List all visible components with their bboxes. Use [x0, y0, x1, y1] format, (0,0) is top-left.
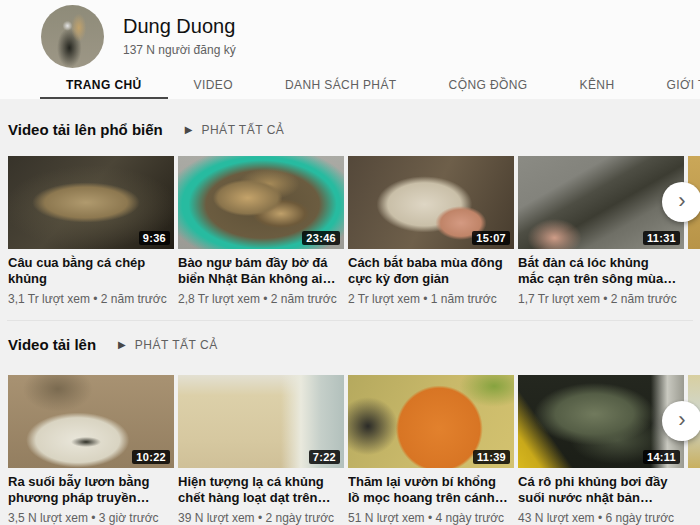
channel-content: Video tải lên phổ biến ▶ PHÁT TẤT CẢ 9:3… — [0, 99, 700, 525]
channel-meta: Dung Duong 137 N người đăng ký — [123, 15, 236, 57]
channel-top-area: Dung Duong 137 N người đăng ký TRANG CHỦ… — [0, 0, 700, 99]
video-card[interactable]: 10:22 Ra suối bẫy lươn bằng phương pháp … — [8, 375, 174, 525]
video-card[interactable]: 14:11 Cá rô phi khủng bơi đầy suối nước … — [518, 375, 684, 525]
video-meta: 1,7 Tr lượt xem • 2 năm trước — [518, 292, 684, 307]
section-title: Video tải lên phổ biến — [8, 122, 163, 137]
video-title[interactable]: Câu cua bằng cá chép khủng — [8, 255, 174, 287]
shelf-next-button[interactable]: › — [662, 182, 700, 222]
shelf-next-button[interactable]: › — [662, 401, 700, 441]
video-thumbnail[interactable]: 9:36 — [8, 156, 174, 249]
play-all-label: PHÁT TẤT CẢ — [135, 338, 218, 352]
play-all-button[interactable]: ▶ PHÁT TẤT CẢ — [185, 123, 285, 137]
video-shelf: 9:36 Câu cua bằng cá chép khủng 3,1 Tr l… — [0, 156, 700, 307]
video-meta: 43 N lượt xem • 6 ngày trước — [518, 511, 684, 525]
play-all-label: PHÁT TẤT CẢ — [201, 123, 284, 137]
section-popular-uploads: Video tải lên phổ biến ▶ PHÁT TẤT CẢ 9:3… — [0, 99, 700, 320]
video-thumbnail[interactable]: 23:46 — [178, 156, 344, 249]
chevron-right-icon: › — [678, 410, 685, 430]
section-header: Video tải lên ▶ PHÁT TẤT CẢ — [0, 321, 700, 375]
duration-badge: 11:31 — [643, 231, 680, 245]
video-thumbnail[interactable]: 11:39 — [348, 375, 514, 468]
video-thumbnail[interactable]: 15:07 — [348, 156, 514, 249]
video-title[interactable]: Hiện tượng lạ cá khủng chết hàng loạt dạ… — [178, 474, 344, 506]
duration-badge: 14:11 — [643, 450, 680, 464]
video-thumbnail[interactable]: 11:31 — [518, 156, 684, 249]
duration-badge: 11:39 — [473, 450, 510, 464]
video-title[interactable]: Ra suối bẫy lươn bằng phương pháp truyền… — [8, 474, 174, 506]
tab-danh-sach-phat[interactable]: DANH SÁCH PHÁT — [259, 72, 423, 99]
tab-video[interactable]: VIDEO — [168, 72, 259, 99]
duration-badge: 7:22 — [309, 450, 340, 464]
video-meta: 3,5 N lượt xem • 3 giờ trước — [8, 511, 174, 525]
play-all-button[interactable]: ▶ PHÁT TẤT CẢ — [118, 338, 218, 352]
video-shelf: 10:22 Ra suối bẫy lươn bằng phương pháp … — [0, 375, 700, 525]
video-card[interactable]: 11:39 Thăm lại vườn bí khổng lồ mọc hoan… — [348, 375, 514, 525]
video-card[interactable]: 15:07 Cách bắt baba mùa đông cực kỳ đơn … — [348, 156, 514, 307]
video-title[interactable]: Thăm lại vườn bí khổng lồ mọc hoang trên… — [348, 474, 514, 506]
play-icon: ▶ — [118, 339, 126, 350]
duration-badge: 10:22 — [132, 450, 170, 464]
tab-trang-chu[interactable]: TRANG CHỦ — [40, 72, 168, 99]
video-card[interactable]: 9:36 Câu cua bằng cá chép khủng 3,1 Tr l… — [8, 156, 174, 307]
video-title[interactable]: Bào ngư bám đầy bờ đá biển Nhật Bản khôn… — [178, 255, 344, 287]
video-meta: 39 N lượt xem • 2 ngày trước — [178, 511, 344, 525]
duration-badge: 23:46 — [302, 231, 340, 245]
video-title[interactable]: Cách bắt baba mùa đông cực kỳ đơn giản — [348, 255, 514, 287]
channel-name: Dung Duong — [123, 15, 236, 38]
video-thumbnail[interactable]: 10:22 — [8, 375, 174, 468]
video-meta: 2,8 Tr lượt xem • 2 năm trước — [178, 292, 344, 307]
video-title[interactable]: Cá rô phi khủng bơi đầy suối nước nhật b… — [518, 474, 684, 506]
channel-tabs: TRANG CHỦ VIDEO DANH SÁCH PHÁT CỘNG ĐỒNG… — [0, 72, 700, 99]
video-card-partial[interactable] — [688, 156, 700, 307]
duration-badge: 15:07 — [472, 231, 510, 245]
video-thumbnail[interactable]: 7:22 — [178, 375, 344, 468]
video-card[interactable]: 23:46 Bào ngư bám đầy bờ đá biển Nhật Bả… — [178, 156, 344, 307]
subscriber-count: 137 N người đăng ký — [123, 43, 236, 57]
play-icon: ▶ — [185, 124, 193, 135]
video-thumbnail[interactable]: 14:11 — [518, 375, 684, 468]
video-card[interactable]: 7:22 Hiện tượng lạ cá khủng chết hàng lo… — [178, 375, 344, 525]
channel-header: Dung Duong 137 N người đăng ký — [0, 0, 700, 72]
section-uploads: Video tải lên ▶ PHÁT TẤT CẢ 10:22 Ra suố… — [0, 321, 700, 525]
video-meta: 51 N lượt xem • 4 ngày trước — [348, 511, 514, 525]
tab-kenh[interactable]: KÊNH — [554, 72, 641, 99]
duration-badge: 9:36 — [139, 231, 170, 245]
tab-cong-dong[interactable]: CỘNG ĐỒNG — [423, 72, 554, 99]
video-card[interactable]: 11:31 Bắt đàn cá lóc khủng mắc cạn trên … — [518, 156, 684, 307]
video-meta: 2 Tr lượt xem • 1 năm trước — [348, 292, 514, 307]
section-header: Video tải lên phổ biến ▶ PHÁT TẤT CẢ — [0, 99, 700, 156]
video-card-partial[interactable] — [688, 375, 700, 525]
video-title[interactable]: Bắt đàn cá lóc khủng mắc cạn trên sông m… — [518, 255, 684, 287]
section-title: Video tải lên — [8, 337, 96, 352]
tab-gioi-thieu[interactable]: GIỚI THIỆU — [640, 72, 700, 99]
chevron-right-icon: › — [678, 191, 685, 211]
channel-avatar[interactable] — [41, 5, 104, 68]
video-meta: 3,1 Tr lượt xem • 2 năm trước — [8, 292, 174, 307]
